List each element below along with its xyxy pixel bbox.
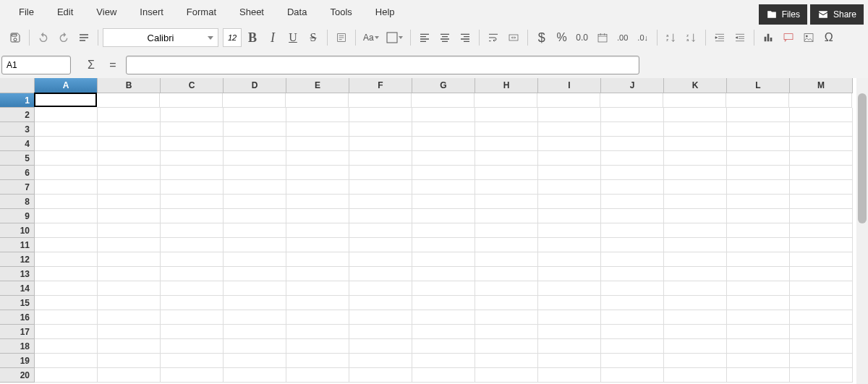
cell-F1[interactable] [349,93,412,108]
cell-I8[interactable] [538,195,601,209]
cell-F3[interactable] [349,122,412,137]
cell-J19[interactable] [601,354,664,368]
cell-D10[interactable] [224,223,286,238]
cell-K5[interactable] [664,151,727,166]
sum-function-button[interactable]: Σ [82,56,100,74]
cell-H19[interactable] [475,354,538,368]
cell-J2[interactable] [601,108,664,122]
cell-F10[interactable] [349,223,412,238]
cell-E3[interactable] [286,122,349,137]
select-all-corner[interactable] [0,78,35,93]
cell-J18[interactable] [601,339,664,354]
cell-H9[interactable] [475,209,538,223]
cell-F15[interactable] [349,296,412,310]
cell-L10[interactable] [727,223,790,238]
cell-C1[interactable] [160,93,223,108]
cell-E16[interactable] [286,310,349,325]
print-preview-button[interactable] [75,28,93,47]
row-header-4[interactable]: 4 [0,137,35,151]
cell-M4[interactable] [790,137,853,151]
cell-L8[interactable] [727,195,790,209]
cell-H1[interactable] [475,93,537,108]
cell-E2[interactable] [286,108,349,122]
cell-L6[interactable] [727,166,790,180]
cell-F5[interactable] [349,151,412,166]
delete-decimal-button[interactable]: .0↓ [634,28,652,47]
menu-edit[interactable]: Edit [46,4,85,20]
cell-I11[interactable] [538,238,601,252]
cell-H16[interactable] [475,310,538,325]
format-percent-button[interactable]: % [553,28,571,47]
cell-B3[interactable] [98,122,161,137]
cell-G7[interactable] [412,180,475,195]
cell-A11[interactable] [35,238,98,252]
menu-format[interactable]: Format [175,4,228,20]
cell-M15[interactable] [790,296,853,310]
cell-J5[interactable] [601,151,664,166]
cell-B16[interactable] [98,310,161,325]
cell-E7[interactable] [286,180,349,195]
cell-K1[interactable] [663,93,726,108]
font-color-button[interactable]: Aa [360,28,382,47]
insert-chart-button[interactable] [759,28,778,47]
cell-L7[interactable] [727,180,790,195]
cell-K3[interactable] [664,122,727,137]
cell-E8[interactable] [286,195,349,209]
cell-M16[interactable] [790,310,853,325]
cell-I16[interactable] [538,310,601,325]
cell-I13[interactable] [538,267,601,281]
row-header-20[interactable]: 20 [0,368,35,383]
cell-I15[interactable] [538,296,601,310]
col-header-M[interactable]: M [790,78,853,93]
cell-H18[interactable] [475,339,538,354]
cell-J15[interactable] [601,296,664,310]
cell-E18[interactable] [286,339,349,354]
cell-M13[interactable] [790,267,853,281]
cell-M12[interactable] [790,252,853,267]
cell-J17[interactable] [601,325,664,339]
cell-H15[interactable] [475,296,538,310]
cell-I9[interactable] [538,209,601,223]
cell-E5[interactable] [286,151,349,166]
cell-F20[interactable] [349,368,412,383]
cell-G4[interactable] [412,137,475,151]
align-center-button[interactable] [435,28,454,47]
scrollbar-thumb[interactable] [858,93,867,223]
cell-C8[interactable] [161,195,224,209]
menu-view[interactable]: View [85,4,128,20]
cell-K18[interactable] [664,339,727,354]
cell-B19[interactable] [98,354,161,368]
cell-A13[interactable] [35,267,98,281]
cell-E9[interactable] [286,209,349,223]
paragraph-style-button[interactable] [332,28,351,47]
row-header-13[interactable]: 13 [0,267,35,281]
cell-I14[interactable] [538,281,601,296]
cell-L16[interactable] [727,310,790,325]
row-header-18[interactable]: 18 [0,339,35,354]
cell-C11[interactable] [161,238,224,252]
cell-D6[interactable] [224,166,286,180]
cells-grid[interactable] [35,93,868,384]
cell-L17[interactable] [727,325,790,339]
background-color-button[interactable] [383,28,406,47]
cell-C7[interactable] [161,180,224,195]
cell-I2[interactable] [538,108,601,122]
cell-L4[interactable] [727,137,790,151]
cell-K8[interactable] [664,195,727,209]
cell-F2[interactable] [349,108,412,122]
cell-E11[interactable] [286,238,349,252]
cell-E10[interactable] [286,223,349,238]
cell-A19[interactable] [35,354,98,368]
align-left-button[interactable] [415,28,434,47]
cell-G1[interactable] [412,93,475,108]
cell-C6[interactable] [161,166,224,180]
row-header-6[interactable]: 6 [0,166,35,180]
row-header-8[interactable]: 8 [0,195,35,209]
cell-G18[interactable] [412,339,475,354]
formula-input[interactable] [126,56,639,74]
cell-J16[interactable] [601,310,664,325]
cell-C3[interactable] [161,122,224,137]
cell-D17[interactable] [224,325,286,339]
cell-A18[interactable] [35,339,98,354]
cell-L14[interactable] [727,281,790,296]
